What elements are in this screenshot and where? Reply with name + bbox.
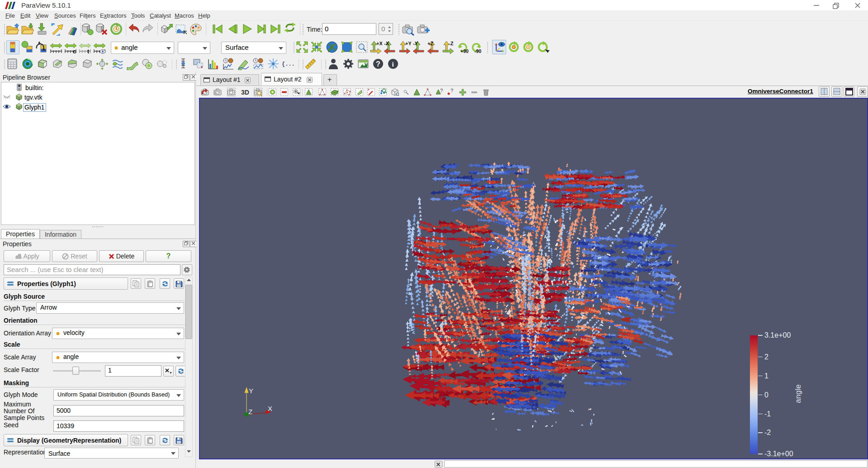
svg-text:Y: Y bbox=[249, 387, 253, 395]
svg-text:3D: 3D bbox=[241, 89, 249, 96]
svg-text:-X: -X bbox=[384, 41, 389, 46]
svg-text:X: X bbox=[268, 405, 272, 412]
svg-text:Z: Z bbox=[248, 408, 252, 415]
svg-text:?: ? bbox=[376, 60, 380, 68]
svg-text:{...}: {...} bbox=[282, 61, 294, 67]
svg-text:c: c bbox=[73, 48, 76, 54]
svg-text:t: t bbox=[87, 48, 90, 54]
svg-text:-Y: -Y bbox=[413, 41, 418, 46]
svg-text:+X: +X bbox=[376, 41, 382, 46]
svg-text:+Y: +Y bbox=[405, 41, 411, 46]
svg-text:-Z: -Z bbox=[449, 41, 454, 46]
svg-text:?: ? bbox=[451, 88, 453, 93]
svg-text:+Z: +Z bbox=[427, 41, 433, 46]
svg-text:+90: +90 bbox=[460, 48, 469, 54]
svg-text:?: ? bbox=[440, 88, 443, 93]
svg-text:-90: -90 bbox=[474, 48, 481, 54]
svg-text:i: i bbox=[392, 61, 394, 68]
